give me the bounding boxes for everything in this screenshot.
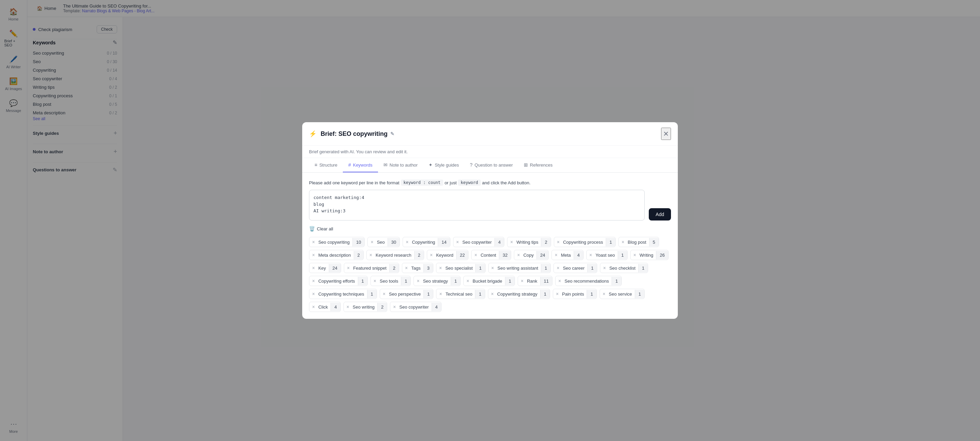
tag-remove-button[interactable]: × — [390, 302, 398, 312]
keyword-tag: × Bucket brigade 1 — [463, 276, 515, 286]
tab-keywords[interactable]: #Keywords — [343, 158, 378, 172]
tag-remove-button[interactable]: × — [309, 302, 318, 312]
tag-remove-button[interactable]: × — [555, 276, 564, 286]
question-to-answer-tab-label: Question to answer — [475, 162, 513, 168]
tag-remove-button[interactable]: × — [309, 289, 318, 299]
keyword-tag: × Seo specialist 1 — [436, 263, 485, 273]
style-guides-tab-icon: ✦ — [428, 162, 433, 168]
keyword-tag: × Meta 4 — [552, 250, 583, 260]
question-to-answer-tab-icon: ? — [470, 162, 473, 168]
keywords-tab-label: Keywords — [353, 162, 372, 168]
keyword-tag: × Seo perspective 1 — [380, 289, 434, 299]
tag-name: Rank — [526, 277, 540, 286]
note-to-author-tab-label: Note to author — [390, 162, 418, 168]
keyword-textarea[interactable] — [309, 190, 645, 220]
keyword-tag: × Keyword 22 — [427, 250, 468, 260]
keyword-tag: × Pain points 1 — [553, 289, 597, 299]
tag-name: Key — [318, 264, 328, 272]
tag-remove-button[interactable]: × — [402, 263, 410, 273]
tag-remove-button[interactable]: × — [436, 263, 445, 273]
modal-body: Please add one keyword per line in the f… — [302, 173, 678, 319]
keyword-tag: × Copywriting process 1 — [554, 237, 616, 247]
tag-remove-button[interactable]: × — [344, 263, 352, 273]
tag-name: Bucket brigade — [472, 277, 505, 286]
tag-count: 26 — [656, 251, 668, 259]
tab-structure[interactable]: ≡Structure — [309, 158, 343, 172]
clear-all-row[interactable]: 🗑️ Clear all — [309, 226, 671, 232]
tag-remove-button[interactable]: × — [619, 237, 627, 247]
tag-remove-button[interactable]: × — [488, 263, 497, 273]
keyword-tag: × Seo service 1 — [600, 289, 645, 299]
tag-count: 2 — [377, 303, 387, 311]
tag-remove-button[interactable]: × — [309, 237, 318, 247]
tag-remove-button[interactable]: × — [631, 250, 639, 260]
code-badge-2: keyword — [458, 179, 481, 186]
tag-remove-button[interactable]: × — [464, 276, 472, 286]
tag-remove-button[interactable]: × — [518, 276, 526, 286]
tag-name: Writing — [639, 251, 656, 259]
tag-remove-button[interactable]: × — [553, 289, 562, 299]
keyword-tag: × Tags 3 — [402, 263, 433, 273]
keyword-tag: × Seo strategy 1 — [414, 276, 460, 286]
tag-name: Seo writing assistant — [497, 264, 541, 272]
keyword-tag: × Seo 30 — [368, 237, 400, 247]
modal-title-edit-icon[interactable]: ✎ — [390, 131, 395, 136]
tag-remove-button[interactable]: × — [414, 276, 422, 286]
keyword-tags: × Seo copywriting 10 × Seo 30 × Copywrit… — [309, 237, 671, 312]
tag-count: 2 — [541, 238, 550, 246]
modal-close-button[interactable]: ✕ — [661, 128, 671, 140]
tab-references[interactable]: ⊞References — [518, 158, 558, 172]
tab-question-to-answer[interactable]: ?Question to answer — [465, 158, 518, 172]
tag-remove-button[interactable]: × — [371, 276, 379, 286]
tag-remove-button[interactable]: × — [309, 250, 318, 260]
tag-count: 24 — [329, 264, 341, 272]
tag-name: Technical seo — [445, 290, 475, 298]
tab-note-to-author[interactable]: ✉Note to author — [378, 158, 423, 172]
clear-all-label: Clear all — [317, 226, 333, 232]
tag-count: 1 — [635, 290, 644, 298]
tag-count: 4 — [574, 251, 583, 259]
tab-style-guides[interactable]: ✦Style guides — [423, 158, 465, 172]
tag-count: 1 — [618, 251, 627, 259]
keyword-tag: × Meta description 2 — [309, 250, 364, 260]
add-button[interactable]: Add — [649, 208, 671, 220]
tag-remove-button[interactable]: × — [427, 250, 435, 260]
tag-remove-button[interactable]: × — [453, 237, 462, 247]
tag-remove-button[interactable]: × — [436, 289, 445, 299]
tag-remove-button[interactable]: × — [600, 289, 608, 299]
tag-remove-button[interactable]: × — [587, 250, 595, 260]
tag-remove-button[interactable]: × — [367, 250, 375, 260]
tag-remove-button[interactable]: × — [472, 250, 480, 260]
keyword-tag: × Click 4 — [309, 302, 341, 312]
tag-count: 1 — [541, 264, 550, 272]
tag-name: Yoast seo — [595, 251, 618, 259]
tag-remove-button[interactable]: × — [309, 263, 318, 273]
modal-tabs: ≡Structure#Keywords✉Note to author✦Style… — [302, 158, 678, 173]
tag-remove-button[interactable]: × — [600, 263, 608, 273]
tag-name: Copywriting techniques — [318, 290, 367, 298]
tag-remove-button[interactable]: × — [368, 237, 376, 247]
tag-remove-button[interactable]: × — [380, 289, 388, 299]
tag-remove-button[interactable]: × — [554, 237, 562, 247]
tag-name: Seo checklist — [608, 264, 638, 272]
tag-remove-button[interactable]: × — [488, 289, 496, 299]
tag-count: 4 — [331, 303, 340, 311]
tag-name: Seo perspective — [388, 290, 423, 298]
tag-remove-button[interactable]: × — [344, 302, 352, 312]
tag-name: Seo strategy — [422, 277, 451, 286]
tag-name: Featured snippet — [352, 264, 389, 272]
tag-count: 1 — [401, 277, 410, 286]
tag-name: Keyword — [435, 251, 456, 259]
style-guides-tab-label: Style guides — [435, 162, 459, 168]
modal: ⚡ Brief: SEO copywriting ✎ ✕ Brief gener… — [302, 122, 678, 319]
tag-remove-button[interactable]: × — [403, 237, 411, 247]
keyword-tag: × Seo writing 2 — [344, 302, 388, 312]
tag-count: 2 — [414, 251, 424, 259]
keywords-tab-icon: # — [348, 162, 351, 168]
tag-name: Copywriting — [411, 238, 438, 246]
tag-remove-button[interactable]: × — [514, 250, 522, 260]
tag-remove-button[interactable]: × — [309, 276, 318, 286]
tag-remove-button[interactable]: × — [552, 250, 560, 260]
tag-remove-button[interactable]: × — [554, 263, 562, 273]
tag-remove-button[interactable]: × — [508, 237, 515, 247]
